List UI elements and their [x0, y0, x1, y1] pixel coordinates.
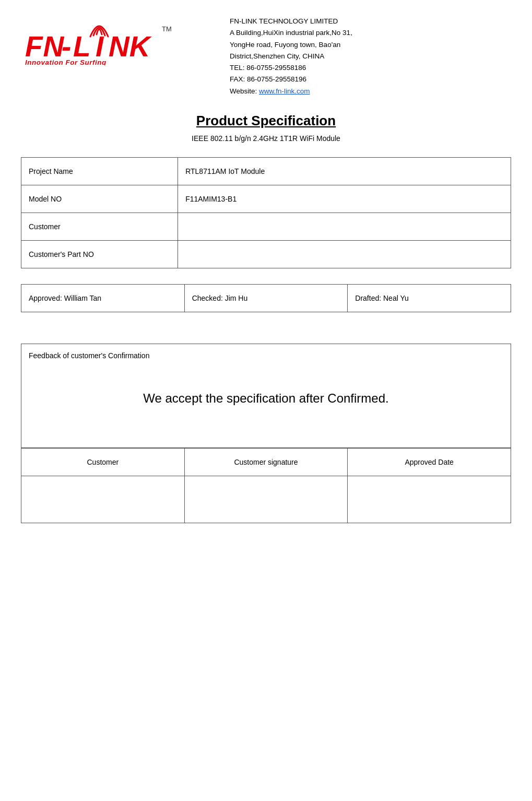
approved-cell: Approved: William Tan	[21, 284, 185, 312]
document-title-section: Product Specification	[21, 113, 511, 129]
table-row: Customer's Part NO	[21, 240, 511, 268]
sig-date-value	[348, 476, 511, 523]
company-logo: FN - L I NK TM Innovation For Surfing	[21, 21, 193, 65]
sig-header-signature: Customer signature	[184, 448, 348, 476]
sig-header-date: Approved Date	[348, 448, 511, 476]
table-row: Project Name RTL8711AM IoT Module	[21, 157, 511, 185]
value-customer	[178, 213, 511, 240]
drafted-cell: Drafted: Neal Yu	[348, 284, 511, 312]
approval-table: Approved: William Tan Checked: Jim Hu Dr…	[21, 284, 511, 312]
fax: FAX: 86-0755-29558196	[230, 74, 511, 85]
signature-header-row: Customer Customer signature Approved Dat…	[21, 448, 511, 476]
website-link[interactable]: www.fn-link.com	[259, 87, 310, 95]
sig-header-customer: Customer	[21, 448, 185, 476]
svg-text:L: L	[73, 30, 91, 63]
value-model-no: F11AMIM13-B1	[178, 185, 511, 213]
value-customer-part-no	[178, 240, 511, 268]
label-customer: Customer	[21, 213, 178, 240]
document-title: Product Specification	[196, 113, 336, 129]
sig-signature-value	[184, 476, 348, 523]
document-subtitle: IEEE 802.11 b/g/n 2.4GHz 1T1R WiFi Modul…	[21, 134, 511, 143]
table-row: Customer	[21, 213, 511, 240]
header: FN - L I NK TM Innovation For Surfing FN…	[21, 16, 511, 97]
company-info: FN-LINK TECHNOLOGY LIMITED A Building,Hu…	[219, 16, 511, 97]
sig-customer-value	[21, 476, 185, 523]
approval-row: Approved: William Tan Checked: Jim Hu Dr…	[21, 284, 511, 312]
signature-table: Customer Customer signature Approved Dat…	[21, 448, 511, 523]
address-line3: District,Shenzhen City, CHINA	[230, 51, 511, 62]
svg-text:TM: TM	[162, 25, 172, 33]
logo-text-group: FN - L I NK TM Innovation For Surfing	[21, 21, 193, 65]
company-name: FN-LINK TECHNOLOGY LIMITED	[230, 16, 511, 27]
svg-text:I: I	[96, 30, 104, 63]
tel: TEL: 86-0755-29558186	[230, 62, 511, 74]
website-label: Website:	[230, 87, 259, 95]
feedback-header: Feedback of customer's Confirmation	[21, 344, 511, 360]
address-line1: A Building,HuiXin industrial park,No 31,	[230, 27, 511, 39]
checked-cell: Checked: Jim Hu	[184, 284, 348, 312]
svg-text:FN: FN	[25, 30, 65, 63]
svg-text:-: -	[62, 30, 71, 63]
label-customer-part-no: Customer's Part NO	[21, 240, 178, 268]
table-row: Model NO F11AMIM13-B1	[21, 185, 511, 213]
label-project-name: Project Name	[21, 157, 178, 185]
website: Website: www.fn-link.com	[230, 86, 511, 97]
value-project-name: RTL8711AM IoT Module	[178, 157, 511, 185]
signature-data-row	[21, 476, 511, 523]
svg-text:Innovation For Surfing: Innovation For Surfing	[25, 58, 107, 65]
feedback-section: Feedback of customer's Confirmation We a…	[21, 344, 511, 448]
address-line2: YongHe road, Fuyong town, Bao'an	[230, 39, 511, 51]
info-table: Project Name RTL8711AM IoT Module Model …	[21, 157, 511, 268]
logo-area: FN - L I NK TM Innovation For Surfing	[21, 16, 219, 67]
logo-container: FN - L I NK TM Innovation For Surfing	[21, 21, 219, 67]
svg-text:NK: NK	[109, 30, 152, 63]
label-model-no: Model NO	[21, 185, 178, 213]
feedback-body: We accept the specification after Confir…	[21, 360, 511, 447]
